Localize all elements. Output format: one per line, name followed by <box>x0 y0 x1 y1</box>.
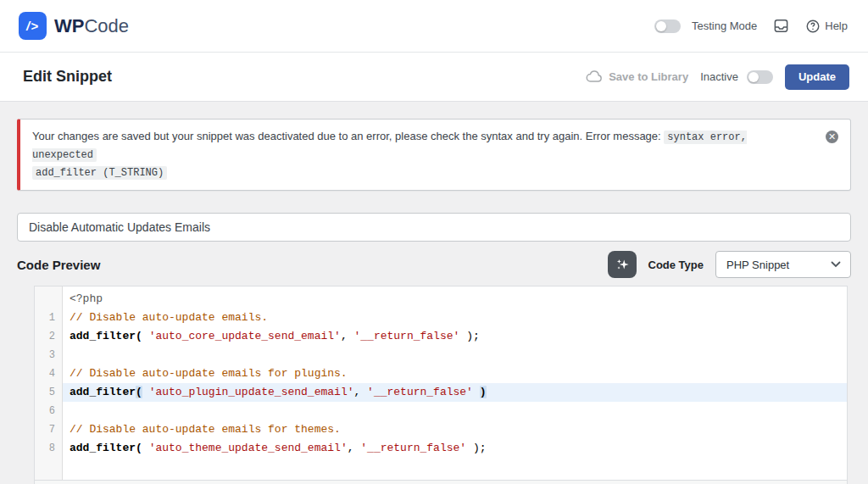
dismiss-notice-button[interactable]: ✕ <box>826 131 838 143</box>
toggle-knob <box>748 72 759 82</box>
code-line-active: add_filter( 'auto_plugin_update_send_ema… <box>63 383 847 402</box>
code-token-plain: ); <box>466 442 486 454</box>
cloud-icon <box>586 70 603 83</box>
code-token-plain <box>142 386 149 398</box>
notifications-inbox-button[interactable] <box>773 18 789 34</box>
code-token-string: 'auto_core_update_send_email' <box>149 330 341 342</box>
top-header: /> WPCode Testing Mode Help <box>0 0 868 53</box>
update-button[interactable]: Update <box>785 64 849 90</box>
code-token-comment: // Disable auto-update emails for plugin… <box>70 367 348 380</box>
code-token-plain <box>473 386 480 398</box>
code-token-comment: // Disable auto-update emails. <box>70 311 268 324</box>
line-number <box>35 290 62 309</box>
code-line <box>63 346 847 364</box>
line-number: 1 <box>35 309 62 327</box>
editor-resize-handle[interactable] <box>34 481 848 484</box>
page-title: Edit Snippet <box>23 68 112 86</box>
line-number: 6 <box>35 402 62 420</box>
code-line: // Disable auto-update emails for plugin… <box>63 364 847 383</box>
code-token-fn: add_filter( <box>70 442 142 454</box>
line-number: 7 <box>35 420 62 439</box>
code-type-select[interactable]: PHP Snippet <box>715 251 851 278</box>
code-token-plain <box>142 442 149 454</box>
line-number: 5 <box>35 383 62 402</box>
snippet-toolbar: Edit Snippet Save to Library Inactive Up… <box>0 53 868 102</box>
editor-line-number-gutter: 12345678 <box>35 287 63 480</box>
code-token-string: 'auto_theme_update_send_email' <box>149 442 348 454</box>
sparkles-icon <box>615 257 630 272</box>
line-number: 2 <box>35 327 62 346</box>
testing-mode-toggle[interactable] <box>654 19 681 33</box>
question-circle-icon <box>805 19 821 34</box>
save-to-library-button[interactable]: Save to Library <box>586 70 688 83</box>
code-token-fn: add_filter <box>70 386 136 398</box>
chevron-down-icon <box>831 261 841 268</box>
code-type-value: PHP Snippet <box>726 259 789 271</box>
wpcode-edit-snippet-page: /> WPCode Testing Mode Help <box>0 0 868 484</box>
code-line: // Disable auto-update emails. <box>63 309 847 327</box>
code-editor[interactable]: 12345678 <?php// Disable auto-update ema… <box>34 286 848 481</box>
code-token-string: '__return_false' <box>367 386 473 398</box>
editor-code-area[interactable]: <?php// Disable auto-update emails.add_f… <box>63 287 847 480</box>
code-token-plain: ); <box>459 330 479 342</box>
wpcode-logo-icon: /> <box>19 12 47 40</box>
code-token-plain: , <box>353 386 367 398</box>
code-token-plain: , <box>348 442 361 454</box>
code-token-comment: // Disable auto-update emails for themes… <box>70 423 341 436</box>
main-content: Your changes are saved but your snippet … <box>0 119 868 484</box>
code-line <box>63 402 847 420</box>
error-notice-text: Your changes are saved but your snippet … <box>32 130 661 142</box>
code-token-fn: add_filter( <box>70 330 142 342</box>
code-token-plain <box>142 330 149 342</box>
code-line: add_filter( 'auto_core_update_send_email… <box>63 327 847 346</box>
line-number: 8 <box>35 439 62 458</box>
inbox-tray-icon <box>773 18 789 34</box>
toggle-knob <box>656 21 666 31</box>
ai-generate-button[interactable] <box>608 251 637 278</box>
wpcode-brand-name: WPCode <box>54 15 129 37</box>
save-to-library-label: Save to Library <box>609 70 688 83</box>
code-token-string: '__return_false' <box>360 442 466 454</box>
error-notice: Your changes are saved but your snippet … <box>17 119 851 191</box>
code-type-label: Code Type <box>648 259 704 271</box>
code-token-string: 'auto_plugin_update_send_email' <box>149 386 354 398</box>
snippet-title-input[interactable] <box>17 213 851 242</box>
code-line: <?php <box>63 290 847 309</box>
help-label: Help <box>825 19 848 32</box>
testing-mode-label: Testing Mode <box>692 19 757 32</box>
code-token-plain: , <box>341 330 354 342</box>
line-number: 4 <box>35 364 62 383</box>
error-code-snippet: add_filter (T_STRING) <box>32 166 167 180</box>
line-number: 3 <box>35 346 62 364</box>
code-line: // Disable auto-update emails for themes… <box>63 420 847 439</box>
wpcode-logo: /> WPCode <box>19 12 129 40</box>
code-token-bracket: ) <box>480 386 487 398</box>
snippet-status-label: Inactive <box>700 70 738 83</box>
help-button[interactable]: Help <box>805 19 848 34</box>
snippet-status-toggle[interactable] <box>747 70 773 84</box>
code-token-meta: <?php <box>70 292 103 305</box>
code-line: add_filter( 'auto_theme_update_send_emai… <box>63 439 847 458</box>
code-token-string: '__return_false' <box>354 330 460 342</box>
code-token-bracket: ( <box>136 386 142 398</box>
code-preview-heading: Code Preview <box>17 258 100 272</box>
code-preview-header: Code Preview Code Type PHP Snippet <box>17 250 851 279</box>
